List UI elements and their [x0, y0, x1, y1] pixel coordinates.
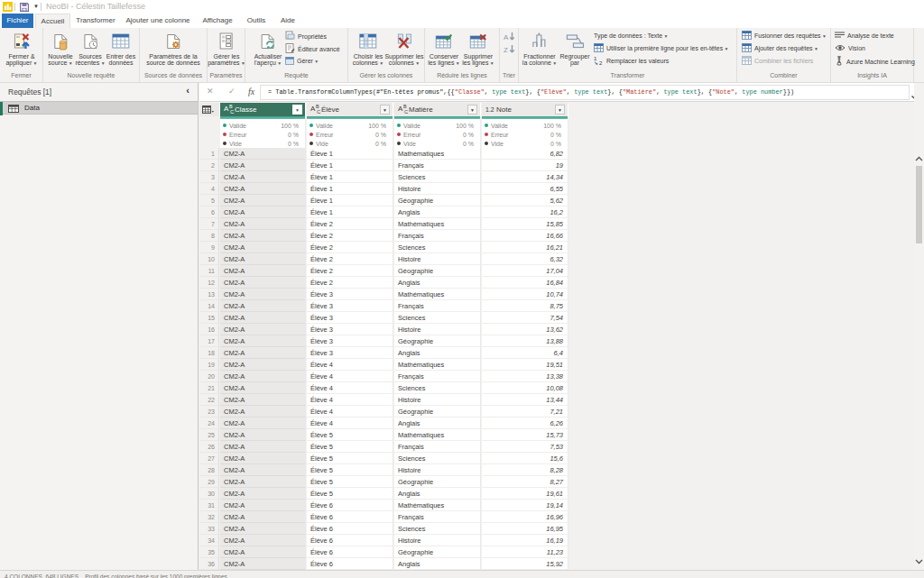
svg-text:A: A — [504, 33, 509, 41]
svg-text:Z: Z — [504, 46, 508, 54]
svg-text:2: 2 — [599, 60, 603, 65]
svg-text:1: 1 — [594, 56, 597, 61]
